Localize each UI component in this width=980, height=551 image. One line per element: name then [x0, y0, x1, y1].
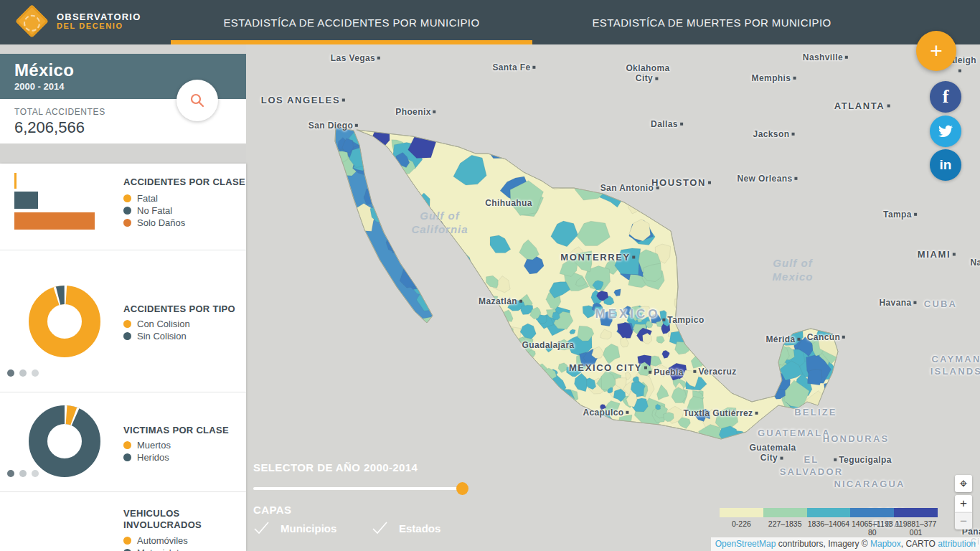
zoom-out-button[interactable]: −: [955, 512, 972, 529]
legend-label: No Fatal: [137, 205, 172, 216]
linkedin-share-button[interactable]: in: [930, 149, 961, 181]
legend-item-no-fatal[interactable]: No Fatal: [123, 204, 185, 216]
legend-range: 0-226: [720, 517, 763, 537]
choropleth-legend: 0-226 227–1835 1836–14064 14065–119880 1…: [720, 508, 938, 537]
chart-title: ACCIDENTES POR TIPO: [123, 303, 235, 315]
logo-subtitle: DEL DECENIO: [57, 22, 141, 31]
legend-label: Sin Colision: [137, 331, 187, 342]
legend-dot: [123, 441, 131, 449]
legend-item-sin-colision[interactable]: Sin Colision: [123, 330, 190, 342]
legend-swatch: [850, 508, 894, 517]
legend-label: Automóviles: [137, 535, 188, 546]
locate-icon: ⌖: [960, 476, 968, 491]
legend-swatch: [894, 508, 938, 517]
legend-dot: [123, 537, 131, 545]
minus-icon: −: [960, 514, 967, 529]
legend-item-motocicletas[interactable]: Motocicletas: [123, 547, 189, 551]
twitter-share-button[interactable]: [930, 116, 961, 147]
linkedin-icon: in: [940, 157, 952, 173]
check-icon: [372, 521, 389, 535]
legend-dot: [123, 194, 131, 202]
bar-fatal[interactable]: [14, 173, 17, 189]
layer-label: Estados: [399, 522, 440, 534]
layer-toggle-municipios[interactable]: Municipios: [253, 521, 336, 535]
chart-title: VEHICULOS INVOLUCRADOS: [123, 508, 202, 532]
legend-label: Solo Daños: [137, 217, 185, 228]
layer-toggle-estados[interactable]: Estados: [372, 521, 440, 535]
chart-vehiculos-involucrados: VEHICULOS INVOLUCRADOS Automóviles Motoc…: [0, 492, 246, 551]
legend-item-fatal[interactable]: Fatal: [123, 192, 185, 204]
legend-label: Con Colision: [137, 319, 190, 329]
legend-item-heridos[interactable]: Heridos: [123, 451, 171, 463]
legend-dot: [123, 207, 131, 215]
app-logo: OBSERVATORIO DEL DECENIO: [20, 9, 141, 33]
legend-label: Heridos: [137, 452, 169, 463]
legend-item-con-colision[interactable]: Con Colision: [123, 318, 190, 329]
year-slider-handle[interactable]: [456, 482, 468, 495]
mapbox-link[interactable]: Mapbox: [870, 539, 901, 549]
legend-swatch: [763, 508, 807, 517]
legend-label: Muertos: [137, 440, 171, 451]
locate-button[interactable]: ⌖: [955, 475, 972, 492]
tab-accidentes-por-municipio[interactable]: ESTADISTÍCA DE ACCIDENTES POR MUNICIPIO: [171, 0, 532, 44]
attribution-text: , CARTO: [901, 539, 938, 549]
map-canvas[interactable]: Las VegasSanta FeLOS ANGELESPhoenixSan D…: [246, 44, 980, 551]
road-sign-logo-icon: [15, 4, 49, 38]
facebook-share-button[interactable]: f: [930, 81, 961, 113]
charts-panel: ACCIDENTES POR CLASE Fatal No Fatal Solo…: [0, 164, 246, 551]
carousel-dot-active[interactable]: [7, 369, 14, 377]
carousel-dot[interactable]: [19, 470, 27, 477]
region-title: México: [14, 60, 246, 80]
zoom-in-button[interactable]: +: [955, 495, 972, 512]
legend-range: 119881–377001: [894, 517, 938, 537]
main-tabs: ESTADISTÍCA DE ACCIDENTES POR MUNICIPIO …: [171, 0, 891, 44]
layer-label: Municipios: [281, 522, 336, 534]
legend-swatch: [807, 508, 851, 517]
chart-accidentes-por-tipo: ACCIDENTES POR TIPO Con Colision Sin Col…: [0, 250, 246, 392]
chart-title: VICTIMAS POR CLASE: [123, 425, 229, 436]
twitter-bird-icon: [938, 123, 953, 139]
legend-swatch: [720, 508, 763, 517]
carousel-dot[interactable]: [32, 470, 39, 477]
attribution-link[interactable]: attribution: [938, 539, 976, 549]
search-icon: [189, 92, 206, 109]
mexico-choropleth-map: [246, 44, 980, 551]
logo-title: OBSERVATORIO: [57, 12, 141, 22]
legend-item-muertos[interactable]: Muertos: [123, 439, 171, 451]
search-button[interactable]: [176, 80, 218, 121]
legend-item-solo-danos[interactable]: Solo Daños: [123, 217, 185, 228]
donut-accidentes-tipo[interactable]: [29, 286, 100, 357]
tab-muertes-por-municipio[interactable]: ESTADISTÍCA DE MUERTES POR MUNICIPIO: [532, 0, 891, 44]
attribution-text: contributors, Imagery ©: [776, 539, 870, 549]
legend-dot: [123, 219, 131, 227]
legend-item-automoviles[interactable]: Automóviles: [123, 534, 189, 546]
carousel-dots: [7, 369, 39, 377]
bar-chart: [14, 173, 95, 232]
top-navbar: OBSERVATORIO DEL DECENIO ESTADISTÍCA DE …: [0, 0, 980, 44]
carousel-dot-active[interactable]: [7, 470, 14, 477]
legend-dot: [123, 453, 131, 461]
left-sidebar: México 2000 - 2014 TOTAL ACCIDENTES 6,20…: [0, 44, 246, 551]
bar-solo-danos[interactable]: [14, 212, 95, 230]
year-slider-track[interactable]: [253, 487, 466, 490]
bar-no-fatal[interactable]: [14, 192, 38, 209]
donut-victimas-clase[interactable]: [29, 405, 100, 477]
check-icon: [253, 521, 270, 535]
plus-icon: +: [930, 39, 943, 63]
chart-victimas-por-clase: VICTIMAS POR CLASE Muertos Heridos: [0, 392, 246, 491]
chart-title: ACCIDENTES POR CLASE: [123, 176, 245, 188]
legend-dot: [123, 549, 131, 551]
carousel-dot[interactable]: [32, 369, 39, 377]
year-selector-label: SELECTOR DE AÑO 2000-2014: [253, 461, 418, 474]
carousel-dot[interactable]: [19, 369, 27, 377]
facebook-icon: f: [943, 86, 949, 108]
plus-icon: +: [960, 496, 967, 511]
legend-range: 1836–14064: [807, 517, 851, 537]
legend-range: 14065–119880: [850, 517, 894, 537]
legend-dot: [123, 332, 131, 340]
carousel-dots: [7, 470, 39, 477]
openstreetmap-link[interactable]: OpenStreetMap: [715, 539, 776, 549]
legend-range: 227–1835: [763, 517, 807, 537]
add-button[interactable]: +: [916, 31, 956, 71]
legend-label: Fatal: [137, 193, 158, 204]
